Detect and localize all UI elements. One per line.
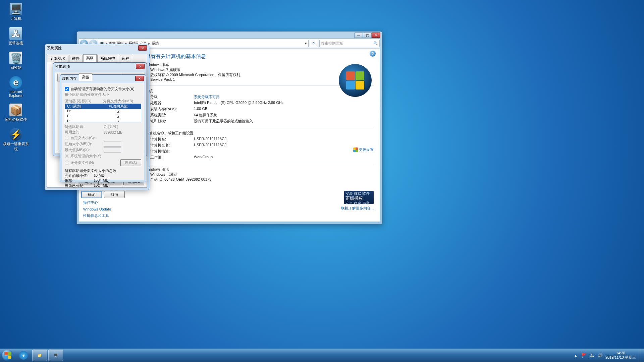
main-header: 查看有关计算机的基本信息 — [146, 53, 374, 60]
close-button[interactable]: ✕ — [138, 45, 147, 51]
volume-icon[interactable]: 🔊 — [597, 353, 603, 358]
tab-hardware[interactable]: 硬件 — [69, 55, 83, 62]
computer-desc — [194, 149, 374, 154]
learn-more-link[interactable]: 联机了解更多内容... — [341, 206, 374, 211]
desktop-icon-label: 极速一键重装系统 — [3, 141, 29, 152]
type-value: 64 位操作系统 — [194, 113, 374, 118]
tray-overflow-button[interactable]: ▴ — [573, 353, 579, 358]
taskbar-ie[interactable]: e — [16, 350, 31, 361]
virtual-memory-dialog: 虚拟内存 ✕ 自动管理所有驱动器的分页文件大小(A) 每个驱动器的分页文件大小 … — [60, 74, 146, 182]
radio-system-managed: 系统管理的大小(Y) — [65, 154, 141, 159]
help-icon[interactable]: ? — [370, 51, 376, 57]
dialog-title: 虚拟内存 — [62, 76, 77, 81]
search-icon: 🔍 — [373, 41, 378, 46]
section-edition-header: Windows 版本 — [146, 62, 374, 67]
tab-protection[interactable]: 系统保护 — [97, 55, 118, 62]
start-button[interactable] — [0, 349, 15, 362]
set-button: 设置(S) — [120, 159, 141, 166]
close-button[interactable]: ✕ — [135, 76, 144, 81]
taskbar-explorer[interactable]: 📁 — [32, 350, 47, 361]
pen-value: 没有可用于此显示器的笔或触控输入 — [194, 119, 374, 124]
tab-strip: 计算机名 硬件 高级 系统保护 远程 — [47, 54, 147, 62]
cpu-value: Intel(R) Pentium(R) CPU G2020 @ 2.90GHz … — [194, 101, 374, 106]
desktop-icons: 🖥️计算机 🖧宽带连接 🗑️回收站 eInternet Explorer 📦装机… — [3, 3, 30, 158]
taskbar-system[interactable]: 🖥️ — [48, 350, 63, 361]
shield-icon — [353, 147, 358, 152]
minimize-button[interactable]: — — [354, 33, 363, 38]
tab-remote[interactable]: 远程 — [119, 55, 132, 62]
selected-drive: C: [系统] — [104, 124, 118, 129]
see-also-action-center[interactable]: 操作中心 — [83, 200, 136, 205]
desktop-icon-network[interactable]: 🖧宽带连接 — [3, 27, 29, 46]
network-icon[interactable]: 🖧 — [589, 353, 595, 358]
desktop-icon-computer[interactable]: 🖥️计算机 — [3, 3, 29, 21]
computer-icon: 🖥️ — [9, 3, 22, 15]
drive-row[interactable]: F:无 — [65, 119, 141, 122]
activation-status: Windows 已激活 — [150, 172, 374, 177]
totals-header: 所有驱动器分页文件大小的总数 — [65, 168, 141, 173]
network-icon: 🖧 — [9, 27, 22, 40]
desktop-icon-ie[interactable]: eInternet Explorer — [3, 76, 29, 98]
window-controls: — ▢ ✕ — [354, 33, 380, 38]
explorer-icon: 📁 — [37, 353, 42, 358]
drive-list[interactable]: C: [系统]托管的系统 D:无 E:无 F:无 — [65, 104, 141, 122]
cur-value: 1024 MB — [94, 183, 108, 188]
edition-name: Windows 7 旗舰版 — [150, 67, 374, 72]
windows-logo-icon — [2, 350, 13, 361]
desktop-icon-reinstall[interactable]: ⚡极速一键重装系统 — [3, 128, 29, 152]
min-value: 16 MB — [94, 173, 104, 178]
maximize-button[interactable]: ▢ — [363, 33, 372, 38]
each-drive-label: 每个驱动器的分页文件大小 — [65, 92, 141, 97]
ram-value: 1.00 GB — [194, 107, 374, 112]
clock-date: 2019/11/13 星期三 — [605, 355, 636, 360]
see-also-performance[interactable]: 性能信息和工具 — [83, 213, 136, 218]
desktop-icon-recycle[interactable]: 🗑️回收站 — [3, 52, 29, 70]
desktop-icon-label: 计算机 — [3, 16, 29, 21]
close-button[interactable]: ✕ — [136, 64, 145, 69]
auto-manage-checkbox[interactable]: 自动管理所有驱动器的分页文件大小(A) — [65, 86, 141, 92]
recycle-bin-icon: 🗑️ — [9, 52, 22, 64]
section-domain-header: 计算机名称、域和工作组设置 — [146, 131, 374, 136]
tab-advanced[interactable]: 高级 — [79, 73, 92, 81]
tab-computer-name[interactable]: 计算机名 — [48, 55, 68, 62]
drive-row[interactable]: C: [系统]托管的系统 — [65, 104, 141, 109]
genuine-badge: 安装 微软 软件 正版授权 安全 稳定 声誉 — [344, 191, 374, 204]
drive-row[interactable]: E:无 — [65, 114, 141, 119]
full-computer-name: USER-20191113GJ — [194, 143, 374, 148]
rec-value: 1534 MB — [94, 178, 108, 183]
radio-custom-size: 自定义大小(C): — [65, 135, 141, 140]
desktop-icon-label: 回收站 — [3, 65, 29, 70]
free-space: 779832 MB — [104, 130, 122, 134]
dialog-title: 系统属性 — [47, 46, 62, 51]
clock[interactable]: 14:30 2019/11/13 星期三 — [605, 351, 636, 359]
ok-button[interactable]: 确定 — [81, 191, 102, 198]
col-drive: 驱动器 [卷标](D) — [65, 99, 95, 104]
col-size: 分页文件大小(MB) — [95, 99, 141, 104]
main-panel: ? 查看有关计算机的基本信息 Windows 版本 Windows 7 旗舰版 … — [140, 49, 380, 222]
product-id: 产品 ID: 00426-OEM-8992662-00173 — [150, 177, 374, 182]
dialog-title: 性能选项 — [55, 64, 70, 69]
close-button[interactable]: ✕ — [372, 33, 380, 38]
section-system-header: 系统 — [146, 88, 374, 94]
cancel-button[interactable]: 取消 — [104, 191, 125, 198]
lightning-icon: ⚡ — [9, 128, 22, 141]
search-input[interactable]: 搜索控制面板🔍 — [319, 40, 380, 47]
initial-size-input — [104, 141, 121, 147]
computer-name: USER-20191113GJ — [194, 137, 374, 142]
desktop-icon-label: 宽带连接 — [3, 41, 29, 46]
drive-row[interactable]: D:无 — [65, 109, 141, 114]
radio-no-pagefile: 无分页文件(N) — [65, 160, 120, 165]
breadcrumb-item[interactable]: 系统 — [152, 41, 159, 46]
app-icon: 📦 — [9, 104, 22, 116]
see-also-windows-update[interactable]: Windows Update — [83, 207, 136, 211]
desktop-icon-installer[interactable]: 📦装机必备软件 — [3, 104, 29, 122]
refresh-button[interactable]: ↻ — [310, 40, 317, 47]
taskbar: e 📁 🖥️ ▴ 🚩 🖧 🔊 14:30 2019/11/13 星期三 — [0, 349, 644, 362]
show-desktop-button[interactable] — [639, 349, 643, 362]
clock-time: 14:30 — [605, 351, 636, 355]
change-settings-link[interactable]: 更改设置 — [353, 147, 374, 152]
tab-advanced[interactable]: 高级 — [83, 54, 97, 62]
workgroup: WorkGroup — [194, 155, 374, 160]
rating-link[interactable]: 系统分级不可用 — [194, 95, 374, 100]
action-center-icon[interactable]: 🚩 — [581, 353, 587, 358]
